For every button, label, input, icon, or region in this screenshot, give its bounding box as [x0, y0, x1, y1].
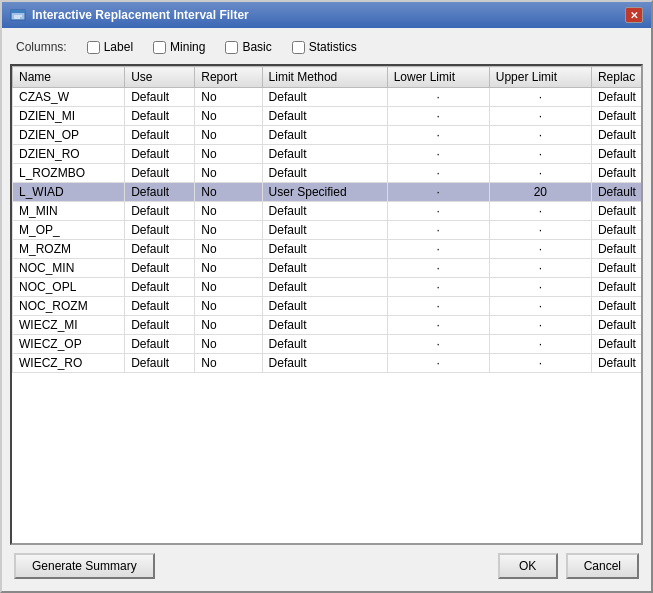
table-row[interactable]: DZIEN_OPDefaultNoDefault··Default [13, 126, 644, 145]
cell-use: Default [125, 316, 195, 335]
table-row[interactable]: DZIEN_MIDefaultNoDefault··Default [13, 107, 644, 126]
table-row[interactable]: M_MINDefaultNoDefault··Default [13, 202, 644, 221]
checkbox-statistics-input[interactable] [292, 41, 305, 54]
cell-name: NOC_OPL [13, 278, 125, 297]
generate-summary-button[interactable]: Generate Summary [14, 553, 155, 579]
col-header-replac[interactable]: Replac [591, 67, 643, 88]
cell-use: Default [125, 354, 195, 373]
checkbox-label[interactable]: Label [87, 40, 133, 54]
cell-report: No [195, 202, 262, 221]
cell-upper: · [489, 164, 591, 183]
cell-use: Default [125, 145, 195, 164]
checkbox-statistics[interactable]: Statistics [292, 40, 357, 54]
col-header-name[interactable]: Name [13, 67, 125, 88]
checkbox-basic[interactable]: Basic [225, 40, 271, 54]
cell-upper: · [489, 88, 591, 107]
col-header-limit-method[interactable]: Limit Method [262, 67, 387, 88]
cell-use: Default [125, 183, 195, 202]
cell-replac: Default [591, 221, 643, 240]
cell-name: DZIEN_OP [13, 126, 125, 145]
cell-replac: Default [591, 164, 643, 183]
table-row[interactable]: NOC_MINDefaultNoDefault··Default [13, 259, 644, 278]
table-row[interactable]: L_WIADDefaultNoUser Specified·20Default [13, 183, 644, 202]
cell-report: No [195, 183, 262, 202]
cell-upper: · [489, 316, 591, 335]
cell-use: Default [125, 164, 195, 183]
cell-lower: · [387, 164, 489, 183]
cell-lower: · [387, 126, 489, 145]
col-header-upper-limit[interactable]: Upper Limit [489, 67, 591, 88]
checkbox-statistics-text: Statistics [309, 40, 357, 54]
cell-upper: · [489, 221, 591, 240]
cell-replac: Default [591, 145, 643, 164]
cell-limit-method: Default [262, 316, 387, 335]
cell-use: Default [125, 278, 195, 297]
cell-name: NOC_ROZM [13, 297, 125, 316]
checkbox-mining-input[interactable] [153, 41, 166, 54]
cell-use: Default [125, 88, 195, 107]
main-window: Interactive Replacement Interval Filter … [0, 0, 653, 593]
close-button[interactable]: ✕ [625, 7, 643, 23]
cell-report: No [195, 354, 262, 373]
cell-replac: Default [591, 202, 643, 221]
cell-upper: · [489, 145, 591, 164]
cell-upper: · [489, 202, 591, 221]
col-header-lower-limit[interactable]: Lower Limit [387, 67, 489, 88]
cell-report: No [195, 107, 262, 126]
table-row[interactable]: DZIEN_RODefaultNoDefault··Default [13, 145, 644, 164]
cell-upper: · [489, 297, 591, 316]
cell-lower: · [387, 202, 489, 221]
footer: Generate Summary OK Cancel [10, 545, 643, 583]
data-table-container[interactable]: Name Use Report Limit Method Lower Limit… [10, 64, 643, 545]
cell-limit-method: Default [262, 354, 387, 373]
table-body: CZAS_WDefaultNoDefault··DefaultDZIEN_MID… [13, 88, 644, 373]
cell-report: No [195, 278, 262, 297]
cell-limit-method: Default [262, 221, 387, 240]
cancel-button[interactable]: Cancel [566, 553, 639, 579]
svg-rect-1 [11, 10, 25, 13]
table-row[interactable]: NOC_ROZMDefaultNoDefault··Default [13, 297, 644, 316]
cell-upper: · [489, 335, 591, 354]
cell-use: Default [125, 126, 195, 145]
cell-report: No [195, 316, 262, 335]
cell-name: WIECZ_RO [13, 354, 125, 373]
cell-use: Default [125, 202, 195, 221]
cell-upper: · [489, 259, 591, 278]
cell-lower: · [387, 183, 489, 202]
cell-name: M_OP_ [13, 221, 125, 240]
cell-limit-method: Default [262, 88, 387, 107]
footer-right: OK Cancel [498, 553, 639, 579]
checkbox-mining[interactable]: Mining [153, 40, 205, 54]
cell-name: L_ROZMBO [13, 164, 125, 183]
table-row[interactable]: NOC_OPLDefaultNoDefault··Default [13, 278, 644, 297]
cell-lower: · [387, 259, 489, 278]
col-header-use[interactable]: Use [125, 67, 195, 88]
table-row[interactable]: CZAS_WDefaultNoDefault··Default [13, 88, 644, 107]
table-header: Name Use Report Limit Method Lower Limit… [13, 67, 644, 88]
cell-upper: 20 [489, 183, 591, 202]
title-bar: Interactive Replacement Interval Filter … [2, 2, 651, 28]
cell-lower: · [387, 88, 489, 107]
table-row[interactable]: M_ROZMDefaultNoDefault··Default [13, 240, 644, 259]
table-row[interactable]: WIECZ_RODefaultNoDefault··Default [13, 354, 644, 373]
cell-name: DZIEN_MI [13, 107, 125, 126]
cell-limit-method: Default [262, 297, 387, 316]
cell-replac: Default [591, 126, 643, 145]
table-row[interactable]: M_OP_DefaultNoDefault··Default [13, 221, 644, 240]
cell-replac: Default [591, 354, 643, 373]
col-header-report[interactable]: Report [195, 67, 262, 88]
cell-lower: · [387, 335, 489, 354]
cell-limit-method: Default [262, 145, 387, 164]
cell-use: Default [125, 221, 195, 240]
cell-name: CZAS_W [13, 88, 125, 107]
cell-limit-method: Default [262, 126, 387, 145]
table-row[interactable]: L_ROZMBODefaultNoDefault··Default [13, 164, 644, 183]
window-title: Interactive Replacement Interval Filter [32, 8, 249, 22]
table-row[interactable]: WIECZ_MIDefaultNoDefault··Default [13, 316, 644, 335]
ok-button[interactable]: OK [498, 553, 558, 579]
table-row[interactable]: WIECZ_OPDefaultNoDefault··Default [13, 335, 644, 354]
cell-limit-method: Default [262, 240, 387, 259]
cell-name: WIECZ_OP [13, 335, 125, 354]
checkbox-label-input[interactable] [87, 41, 100, 54]
checkbox-basic-input[interactable] [225, 41, 238, 54]
